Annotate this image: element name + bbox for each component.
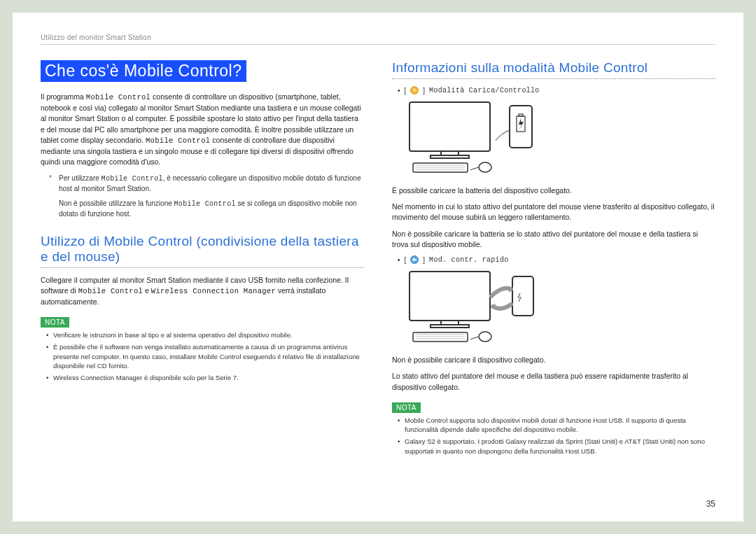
svg-rect-21 [512,276,533,316]
list-item: •Wireless Connection Manager è disponibi… [46,373,364,382]
dotted-divider [392,78,715,79]
page-title: Che cos'è Mobile Control? [41,60,246,82]
nota-list-right: •Mobile Control supporta solo dispositiv… [398,416,715,456]
breadcrumb: Utilizzo del monitor Smart Station [41,34,715,41]
svg-rect-4 [413,163,468,172]
footnote-item: Non è possibile utilizzare la funzione M… [49,199,364,220]
list-item: •Verificare le istruzioni in base al tip… [46,330,364,339]
list-item: •È possibile che il software non venga i… [46,342,364,370]
mode1-text: Non è possibile caricare la batteria se … [392,229,715,250]
mobile-control-term: Mobile Control [86,93,150,101]
nota-badge: NOTA [392,402,421,413]
nota-badge: NOTA [41,317,69,328]
list-item: •Mobile Control supporta solo dispositiv… [398,416,715,435]
svg-rect-13 [410,272,490,321]
list-item: •Galaxy S2 è supportato. I prodotti Gala… [398,437,715,456]
svg-point-20 [479,332,491,342]
page: Utilizzo del monitor Smart Station Che c… [13,13,743,521]
illustration-mode1 [406,99,715,178]
svg-rect-15 [430,325,469,328]
dotted-divider [41,267,364,268]
svg-rect-1 [410,102,490,151]
svg-rect-11 [519,114,523,116]
intro-paragraph: Il programma Mobile Control consente di … [41,92,364,168]
mode2-text: Non è possibile caricare il dispositivo … [392,355,715,365]
nota-list-left: •Verificare le istruzioni in base al tip… [46,330,364,382]
fast-control-icon [410,255,419,264]
top-divider [41,44,715,45]
illustration-mode2 [406,268,715,348]
usage-paragraph: Collegare il computer al monitor Smart S… [41,275,364,308]
mode1-text: Nel momento in cui lo stato attivo del p… [392,202,715,223]
right-column: Informazioni sulla modalità Mobile Contr… [392,60,715,507]
footnote-item: * Per utilizzare Mobile Control, è neces… [49,174,364,195]
footnotes: * Per utilizzare Mobile Control, è neces… [49,174,364,220]
charge-control-icon [410,86,419,94]
columns: Che cos'è Mobile Control? Il programma M… [41,60,715,507]
mode1-text: È possibile caricare la batteria del dis… [392,185,715,196]
mode-fast-control: • [ ] Mod. contr. rapido [398,255,715,264]
svg-point-8 [479,162,491,172]
mobile-control-term: Mobile Control [146,136,210,145]
mode-charge-control: • [ ] Modalità Carica/Controllo [398,86,715,94]
section-heading-usage: Utilizzo di Mobile Control (condivisione… [41,234,364,265]
section-heading-info: Informazioni sulla modalità Mobile Contr… [392,60,715,76]
mode2-text: Lo stato attivo del puntatore del mouse … [392,371,715,392]
svg-rect-16 [413,332,468,342]
page-number: 35 [706,499,715,509]
svg-rect-3 [430,155,469,158]
left-column: Che cos'è Mobile Control? Il programma M… [41,60,364,507]
